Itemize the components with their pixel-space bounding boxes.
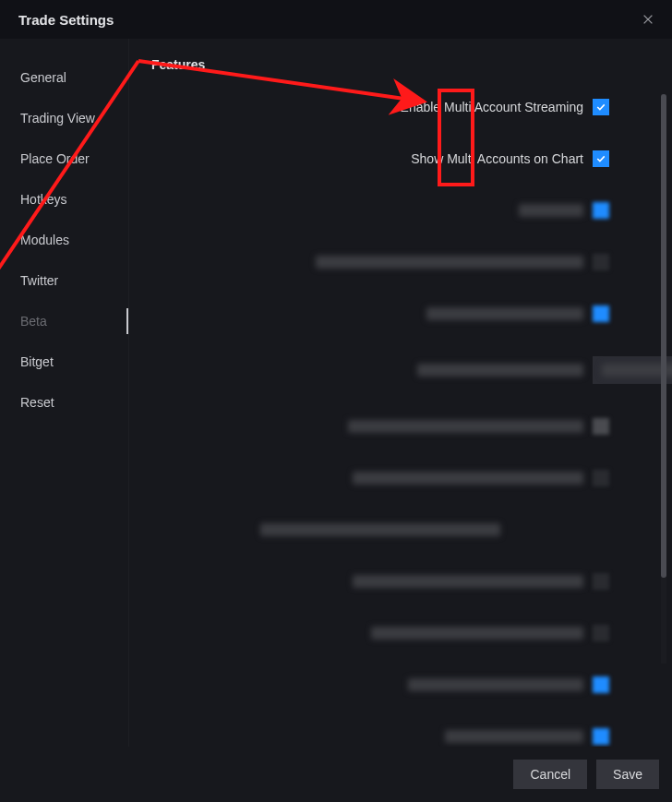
option-row-redacted [151, 521, 611, 539]
checkbox-enable-multi-account-streaming[interactable] [593, 99, 609, 115]
redacted-label [316, 256, 583, 269]
checkbox-show-multi-accounts-on-chart[interactable] [593, 150, 609, 167]
option-row-redacted-select [151, 356, 672, 384]
redacted-label [426, 307, 583, 320]
option-row-redacted [151, 417, 611, 436]
redacted-control[interactable] [593, 625, 609, 641]
sidebar-item-beta[interactable]: Beta [0, 301, 128, 341]
features-list: Enable Multi Account Streaming Show Mult… [151, 98, 639, 746]
redacted-label [417, 364, 583, 377]
sidebar-item-label: Hotkeys [20, 192, 67, 207]
close-icon[interactable] [635, 6, 661, 32]
redacted-label [519, 204, 583, 217]
redacted-control[interactable] [593, 573, 609, 590]
section-title: Features [151, 57, 639, 72]
option-row-redacted [151, 469, 611, 487]
sidebar-item-label: Place Order [20, 151, 90, 166]
redacted-label [353, 472, 583, 485]
option-row-redacted [151, 572, 611, 591]
option-row-redacted [151, 624, 611, 642]
sidebar-item-place-order[interactable]: Place Order [0, 138, 128, 179]
sidebar-item-trading-view[interactable]: Trading View [0, 98, 128, 138]
redacted-label [353, 575, 583, 588]
option-row-show-on-chart: Show Multi Accounts on Chart [151, 150, 611, 168]
option-row-redacted [151, 201, 611, 220]
save-button[interactable]: Save [596, 760, 659, 789]
sidebar-item-label: Twitter [20, 273, 58, 288]
redacted-label [260, 523, 500, 536]
sidebar-item-label: General [20, 70, 66, 85]
redacted-control[interactable] [593, 676, 609, 693]
option-row-redacted [151, 305, 611, 323]
option-label: Show Multi Accounts on Chart [411, 151, 583, 166]
dialog-body: General Trading View Place Order Hotkeys… [0, 39, 672, 747]
redacted-label [445, 730, 583, 743]
scrollbar-track[interactable] [661, 94, 666, 664]
sidebar-item-reset[interactable]: Reset [0, 382, 128, 423]
dialog-title: Trade Settings [18, 12, 114, 28]
sidebar-item-bitget[interactable]: Bitget [0, 341, 128, 382]
cancel-button[interactable]: Cancel [513, 760, 587, 789]
option-label: Enable Multi Account Streaming [401, 100, 583, 114]
option-row-redacted [151, 676, 611, 694]
redacted-control[interactable] [593, 202, 609, 219]
redacted-control[interactable] [593, 254, 609, 270]
main-panel: Features Enable Multi Account Streaming … [129, 39, 672, 747]
trade-settings-dialog: Trade Settings General Trading View Plac… [0, 0, 672, 802]
sidebar-item-label: Reset [20, 395, 54, 410]
dialog-footer: Cancel Save [0, 747, 672, 802]
titlebar: Trade Settings [0, 0, 672, 39]
option-row-streaming: Enable Multi Account Streaming [151, 98, 611, 116]
option-row-redacted [151, 253, 611, 271]
redacted-control[interactable] [593, 470, 609, 486]
redacted-control[interactable] [593, 728, 609, 745]
sidebar-item-label: Trading View [20, 111, 95, 126]
redacted-label [348, 420, 583, 433]
sidebar: General Trading View Place Order Hotkeys… [0, 39, 129, 747]
sidebar-item-hotkeys[interactable]: Hotkeys [0, 179, 128, 220]
redacted-control[interactable] [593, 418, 609, 435]
sidebar-item-label: Modules [20, 233, 69, 247]
scrollbar-thumb[interactable] [661, 94, 666, 578]
redacted-label [371, 627, 583, 640]
sidebar-item-label: Beta [20, 314, 47, 329]
redacted-label [408, 678, 583, 691]
redacted-control[interactable] [593, 305, 609, 322]
sidebar-item-label: Bitget [20, 354, 54, 369]
sidebar-item-twitter[interactable]: Twitter [0, 260, 128, 301]
option-row-redacted [151, 727, 611, 746]
sidebar-item-modules[interactable]: Modules [0, 220, 128, 260]
sidebar-item-general[interactable]: General [0, 57, 128, 98]
